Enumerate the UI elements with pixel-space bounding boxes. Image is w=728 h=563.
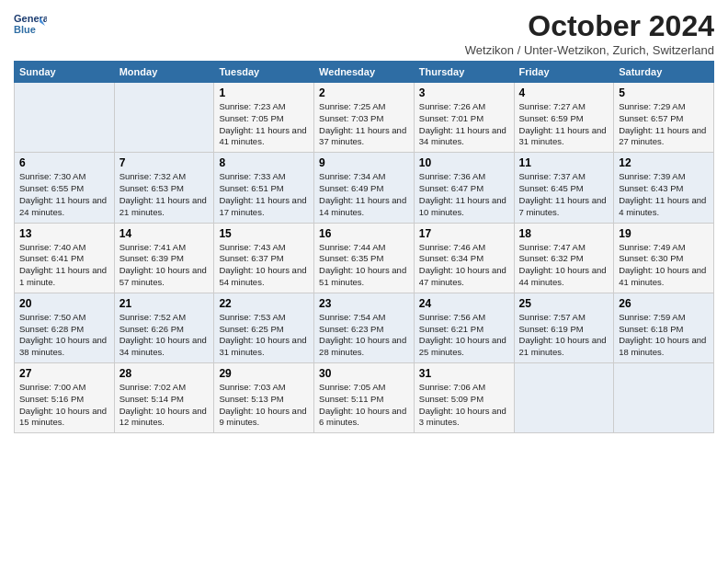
day-info: Sunrise: 7:59 AM Sunset: 6:18 PM Dayligh… — [619, 312, 709, 359]
day-number: 23 — [319, 297, 409, 310]
day-number: 1 — [219, 86, 309, 99]
logo-icon: General Blue — [14, 9, 47, 42]
day-number: 24 — [419, 297, 509, 310]
calendar-cell: 9Sunrise: 7:34 AM Sunset: 6:49 PM Daylig… — [314, 153, 415, 223]
calendar-cell: 20Sunrise: 7:50 AM Sunset: 6:28 PM Dayli… — [15, 293, 115, 362]
day-info: Sunrise: 7:46 AM Sunset: 6:34 PM Dayligh… — [419, 242, 509, 289]
day-number: 5 — [619, 86, 709, 99]
calendar-cell: 21Sunrise: 7:52 AM Sunset: 6:26 PM Dayli… — [114, 293, 214, 362]
day-number: 20 — [19, 297, 109, 310]
title-block: October 2024 Wetzikon / Unter-Wetzikon, … — [465, 9, 714, 57]
calendar-cell — [114, 83, 214, 153]
day-number: 15 — [219, 227, 309, 240]
calendar-cell: 5Sunrise: 7:29 AM Sunset: 6:57 PM Daylig… — [614, 83, 714, 153]
day-number: 18 — [519, 227, 609, 240]
svg-text:Blue: Blue — [14, 24, 36, 35]
month-title: October 2024 — [465, 9, 714, 43]
day-info: Sunrise: 7:00 AM Sunset: 5:16 PM Dayligh… — [19, 382, 109, 429]
calendar-cell: 3Sunrise: 7:26 AM Sunset: 7:01 PM Daylig… — [414, 83, 514, 153]
calendar-table: SundayMondayTuesdayWednesdayThursdayFrid… — [14, 61, 714, 433]
day-info: Sunrise: 7:30 AM Sunset: 6:55 PM Dayligh… — [19, 171, 109, 218]
day-info: Sunrise: 7:25 AM Sunset: 7:03 PM Dayligh… — [319, 101, 409, 148]
week-row-5: 27Sunrise: 7:00 AM Sunset: 5:16 PM Dayli… — [15, 363, 714, 433]
day-info: Sunrise: 7:47 AM Sunset: 6:32 PM Dayligh… — [519, 242, 609, 289]
day-number: 19 — [619, 227, 709, 240]
calendar-cell: 17Sunrise: 7:46 AM Sunset: 6:34 PM Dayli… — [414, 223, 514, 293]
calendar-cell: 8Sunrise: 7:33 AM Sunset: 6:51 PM Daylig… — [214, 153, 314, 223]
day-number: 25 — [519, 297, 609, 310]
day-info: Sunrise: 7:41 AM Sunset: 6:39 PM Dayligh… — [119, 242, 210, 289]
calendar-cell: 6Sunrise: 7:30 AM Sunset: 6:55 PM Daylig… — [15, 153, 115, 223]
calendar-cell: 4Sunrise: 7:27 AM Sunset: 6:59 PM Daylig… — [514, 83, 614, 153]
calendar-cell: 11Sunrise: 7:37 AM Sunset: 6:45 PM Dayli… — [514, 153, 614, 223]
calendar-cell: 27Sunrise: 7:00 AM Sunset: 5:16 PM Dayli… — [15, 363, 115, 433]
day-info: Sunrise: 7:02 AM Sunset: 5:14 PM Dayligh… — [119, 382, 210, 429]
day-info: Sunrise: 7:39 AM Sunset: 6:43 PM Dayligh… — [619, 171, 709, 218]
day-info: Sunrise: 7:26 AM Sunset: 7:01 PM Dayligh… — [419, 101, 509, 148]
day-info: Sunrise: 7:34 AM Sunset: 6:49 PM Dayligh… — [319, 171, 409, 218]
calendar-cell: 2Sunrise: 7:25 AM Sunset: 7:03 PM Daylig… — [314, 83, 415, 153]
weekday-header-saturday: Saturday — [614, 62, 714, 83]
day-number: 27 — [19, 367, 109, 380]
calendar-cell: 1Sunrise: 7:23 AM Sunset: 7:05 PM Daylig… — [214, 83, 314, 153]
calendar-cell: 25Sunrise: 7:57 AM Sunset: 6:19 PM Dayli… — [514, 293, 614, 362]
day-number: 9 — [319, 156, 409, 169]
calendar-cell: 15Sunrise: 7:43 AM Sunset: 6:37 PM Dayli… — [214, 223, 314, 293]
day-number: 21 — [119, 297, 210, 310]
day-info: Sunrise: 7:44 AM Sunset: 6:35 PM Dayligh… — [319, 242, 409, 289]
week-row-3: 13Sunrise: 7:40 AM Sunset: 6:41 PM Dayli… — [15, 223, 714, 293]
day-number: 6 — [19, 156, 109, 169]
day-info: Sunrise: 7:32 AM Sunset: 6:53 PM Dayligh… — [119, 171, 210, 218]
week-row-2: 6Sunrise: 7:30 AM Sunset: 6:55 PM Daylig… — [15, 153, 714, 223]
day-info: Sunrise: 7:54 AM Sunset: 6:23 PM Dayligh… — [319, 312, 409, 359]
calendar-cell: 26Sunrise: 7:59 AM Sunset: 6:18 PM Dayli… — [614, 293, 714, 362]
day-number: 28 — [119, 367, 210, 380]
day-info: Sunrise: 7:49 AM Sunset: 6:30 PM Dayligh… — [619, 242, 709, 289]
calendar-cell — [514, 363, 614, 433]
day-info: Sunrise: 7:29 AM Sunset: 6:57 PM Dayligh… — [619, 101, 709, 148]
day-number: 11 — [519, 156, 609, 169]
day-number: 22 — [219, 297, 309, 310]
weekday-header-tuesday: Tuesday — [214, 62, 314, 83]
page-header: General Blue October 2024 Wetzikon / Unt… — [14, 9, 714, 57]
day-number: 17 — [419, 227, 509, 240]
day-info: Sunrise: 7:36 AM Sunset: 6:47 PM Dayligh… — [419, 171, 509, 218]
day-info: Sunrise: 7:53 AM Sunset: 6:25 PM Dayligh… — [219, 312, 309, 359]
week-row-1: 1Sunrise: 7:23 AM Sunset: 7:05 PM Daylig… — [15, 83, 714, 153]
day-number: 14 — [119, 227, 210, 240]
calendar-cell: 16Sunrise: 7:44 AM Sunset: 6:35 PM Dayli… — [314, 223, 415, 293]
day-number: 30 — [319, 367, 409, 380]
calendar-cell: 13Sunrise: 7:40 AM Sunset: 6:41 PM Dayli… — [15, 223, 115, 293]
day-number: 2 — [319, 86, 409, 99]
calendar-cell: 18Sunrise: 7:47 AM Sunset: 6:32 PM Dayli… — [514, 223, 614, 293]
calendar-cell — [15, 83, 115, 153]
day-info: Sunrise: 7:43 AM Sunset: 6:37 PM Dayligh… — [219, 242, 309, 289]
weekday-header-row: SundayMondayTuesdayWednesdayThursdayFrid… — [15, 62, 714, 83]
day-info: Sunrise: 7:52 AM Sunset: 6:26 PM Dayligh… — [119, 312, 210, 359]
day-number: 12 — [619, 156, 709, 169]
day-info: Sunrise: 7:56 AM Sunset: 6:21 PM Dayligh… — [419, 312, 509, 359]
location-subtitle: Wetzikon / Unter-Wetzikon, Zurich, Switz… — [465, 43, 714, 57]
weekday-header-friday: Friday — [514, 62, 614, 83]
day-number: 4 — [519, 86, 609, 99]
calendar-cell: 31Sunrise: 7:06 AM Sunset: 5:09 PM Dayli… — [414, 363, 514, 433]
calendar-cell: 29Sunrise: 7:03 AM Sunset: 5:13 PM Dayli… — [214, 363, 314, 433]
day-info: Sunrise: 7:05 AM Sunset: 5:11 PM Dayligh… — [319, 382, 409, 429]
day-number: 29 — [219, 367, 309, 380]
day-info: Sunrise: 7:57 AM Sunset: 6:19 PM Dayligh… — [519, 312, 609, 359]
calendar-cell: 30Sunrise: 7:05 AM Sunset: 5:11 PM Dayli… — [314, 363, 415, 433]
day-number: 26 — [619, 297, 709, 310]
weekday-header-thursday: Thursday — [414, 62, 514, 83]
calendar-cell: 19Sunrise: 7:49 AM Sunset: 6:30 PM Dayli… — [614, 223, 714, 293]
calendar-cell: 7Sunrise: 7:32 AM Sunset: 6:53 PM Daylig… — [114, 153, 214, 223]
day-number: 7 — [119, 156, 210, 169]
day-info: Sunrise: 7:06 AM Sunset: 5:09 PM Dayligh… — [419, 382, 509, 429]
calendar-cell: 28Sunrise: 7:02 AM Sunset: 5:14 PM Dayli… — [114, 363, 214, 433]
day-number: 3 — [419, 86, 509, 99]
day-info: Sunrise: 7:40 AM Sunset: 6:41 PM Dayligh… — [19, 242, 109, 289]
day-info: Sunrise: 7:03 AM Sunset: 5:13 PM Dayligh… — [219, 382, 309, 429]
day-info: Sunrise: 7:33 AM Sunset: 6:51 PM Dayligh… — [219, 171, 309, 218]
calendar-cell: 14Sunrise: 7:41 AM Sunset: 6:39 PM Dayli… — [114, 223, 214, 293]
calendar-cell — [614, 363, 714, 433]
day-info: Sunrise: 7:27 AM Sunset: 6:59 PM Dayligh… — [519, 101, 609, 148]
